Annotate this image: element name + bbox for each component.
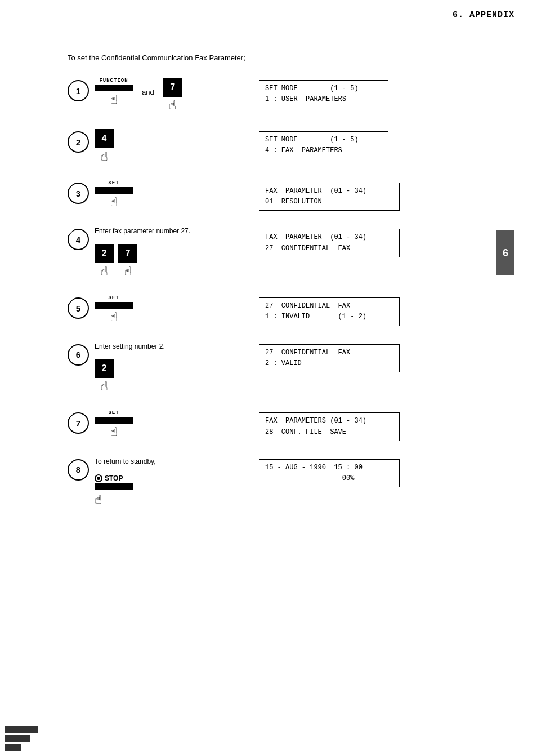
- corner-block-1: [5, 726, 38, 733]
- step-note-6: Enter setting number 2.: [95, 342, 259, 352]
- corner-block-2: [5, 735, 30, 742]
- hand-icon-4: ☝︎: [100, 149, 108, 164]
- display-line1: SET MODE (1 - 5): [265, 83, 382, 94]
- main-content: To set the Confidential Communication Fa…: [0, 20, 537, 546]
- display-line2: 1 : USER PARAMETERS: [265, 94, 382, 105]
- display-line1-6: 27 CONFIDENTIAL FAX: [265, 348, 393, 358]
- step-left-8: 8 To return to standby, STOP ☝︎: [68, 457, 259, 508]
- step-controls-2: 4 ☝︎: [95, 129, 259, 164]
- set-bar-3: [95, 187, 133, 194]
- display-box-5: 27 CONFIDENTIAL FAX 1 : INVALID (1 - 2): [259, 297, 400, 326]
- display-line2-7: 28 CONF. FILE SAVE: [265, 427, 393, 438]
- step-row-2: 2 4 ☝︎ SET MODE (1 - 5) 4 : FAX PARAMETE…: [68, 129, 503, 164]
- step-row-4: 4 Enter fax parameter number 27. 2 ☝︎ 7 …: [68, 226, 503, 279]
- hand-icon-set5: ☝︎: [110, 310, 117, 325]
- set-label-3: SET: [108, 180, 119, 186]
- step-controls-3: SET ☝︎: [95, 180, 259, 210]
- step-row-8: 8 To return to standby, STOP ☝︎ 15 - AUG…: [68, 457, 503, 508]
- hand-icon-7b: ☝︎: [124, 264, 131, 279]
- step-left-3: 3 SET ☝︎: [68, 180, 259, 210]
- display-line2-4: 27 CONFIDENTIAL FAX: [265, 243, 393, 254]
- step-row-7: 7 SET ☝︎ FAX PARAMETERS (01 - 34) 28 CON…: [68, 410, 503, 441]
- step-controls-5: SET ☝︎: [95, 295, 259, 325]
- hand-icon-set3: ☝︎: [110, 195, 117, 210]
- function-btn-group: FUNCTION ☝︎: [95, 78, 133, 108]
- intro-text: To set the Confidential Communication Fa…: [68, 54, 503, 62]
- step-left-4: 4 Enter fax parameter number 27. 2 ☝︎ 7 …: [68, 226, 259, 279]
- display-line2-2: 4 : FAX PARAMETERS: [265, 145, 382, 156]
- display-box-4: FAX PARAMETER (01 - 34) 27 CONFIDENTIAL …: [259, 229, 400, 257]
- step-controls-8: To return to standby, STOP ☝︎: [95, 457, 259, 508]
- display-box-6: 27 CONFIDENTIAL FAX 2 : VALID: [259, 344, 400, 372]
- page-header: 6. APPENDIX: [0, 0, 537, 20]
- set-btn-group-7: SET ☝︎: [95, 410, 133, 440]
- stop-label: STOP: [95, 474, 123, 482]
- key-7b: 7: [118, 244, 137, 263]
- side-tab: 6: [496, 230, 514, 275]
- display-box-7: FAX PARAMETERS (01 - 34) 28 CONF. FILE S…: [259, 412, 400, 441]
- key4-btn-group: 4 ☝︎: [95, 129, 114, 164]
- set-bar-7: [95, 417, 133, 424]
- display-box-1: SET MODE (1 - 5) 1 : USER PARAMETERS: [259, 80, 388, 108]
- display-box-2: SET MODE (1 - 5) 4 : FAX PARAMETERS: [259, 131, 388, 159]
- key-2: 2: [95, 244, 114, 263]
- step-left-5: 5 SET ☝︎: [68, 295, 259, 325]
- step-row-6: 6 Enter setting number 2. 2 ☝︎ 27 CONFID…: [68, 342, 503, 395]
- hand-icon: ☝︎: [110, 92, 117, 108]
- step-left: 1 FUNCTION ☝︎ and 7 ☝︎: [68, 78, 259, 113]
- step-badge-8: 8: [68, 459, 89, 481]
- key-7: 7: [163, 78, 182, 97]
- corner-decoration: [0, 721, 43, 756]
- display-box-8: 15 - AUG - 1990 15 : 00 00%: [259, 459, 400, 487]
- display-line2-3: 01 RESOLUTION: [265, 197, 393, 207]
- corner-block-3: [5, 744, 21, 751]
- key-2b: 2: [95, 359, 114, 378]
- step-left-6: 6 Enter setting number 2. 2 ☝︎: [68, 342, 259, 395]
- set-btn-group-5: SET ☝︎: [95, 295, 133, 325]
- display-line2-5: 1 : INVALID (1 - 2): [265, 312, 393, 322]
- step-badge-2: 2: [68, 131, 89, 153]
- step-badge-6: 6: [68, 344, 89, 366]
- step-row-3: 3 SET ☝︎ FAX PARAMETER (01 - 34) 01 RESO…: [68, 180, 503, 211]
- step-controls-4: Enter fax parameter number 27. 2 ☝︎ 7 ☝︎: [95, 226, 259, 279]
- hand-icon-stop: ☝︎: [95, 492, 102, 508]
- step-badge-4: 4: [68, 229, 89, 250]
- key-4: 4: [95, 129, 114, 148]
- set-btn-group-3: SET ☝︎: [95, 180, 133, 210]
- key2b-btn-group: 2 ☝︎: [95, 359, 114, 394]
- display-line1-3: FAX PARAMETER (01 - 34): [265, 186, 393, 197]
- hand-icon-set7: ☝︎: [110, 425, 117, 440]
- display-line2-8: 00%: [265, 473, 393, 484]
- key7b-btn-group: 7 ☝︎: [118, 244, 137, 279]
- step-row: 1 FUNCTION ☝︎ and 7 ☝︎ SET MODE (1 - 5) …: [68, 78, 503, 113]
- display-line1-2: SET MODE (1 - 5): [265, 135, 382, 145]
- step-left-7: 7 SET ☝︎: [68, 410, 259, 440]
- display-line1-5: 27 CONFIDENTIAL FAX: [265, 301, 393, 312]
- stop-circle-icon: [95, 474, 102, 482]
- display-line2-6: 2 : VALID: [265, 358, 393, 369]
- and-text: and: [142, 88, 154, 96]
- step-left-2: 2 4 ☝︎: [68, 129, 259, 164]
- step-badge-5: 5: [68, 297, 89, 319]
- step-note-8: To return to standby,: [95, 457, 259, 466]
- step-controls-6: Enter setting number 2. 2 ☝︎: [95, 342, 259, 395]
- hand-icon-2: ☝︎: [100, 264, 108, 279]
- step-badge-7: 7: [68, 412, 89, 434]
- key7-btn-group: 7 ☝︎: [163, 78, 182, 113]
- key2-btn-group: 2 ☝︎: [95, 244, 114, 279]
- stop-bar: [95, 483, 133, 490]
- step-badge-1: 1: [68, 80, 89, 101]
- function-label: FUNCTION: [99, 78, 128, 83]
- step-badge-3: 3: [68, 183, 89, 204]
- display-box-3: FAX PARAMETER (01 - 34) 01 RESOLUTION: [259, 183, 400, 211]
- set-bar-5: [95, 302, 133, 309]
- hand-icon-7: ☝︎: [169, 98, 176, 113]
- set-label-5: SET: [108, 295, 119, 301]
- step-controls-1: FUNCTION ☝︎ and 7 ☝︎: [95, 78, 259, 113]
- set-label-7: SET: [108, 410, 119, 416]
- hand-icon-2b: ☝︎: [100, 379, 108, 394]
- display-line1-4: FAX PARAMETER (01 - 34): [265, 232, 393, 243]
- step-note-4: Enter fax parameter number 27.: [95, 226, 259, 236]
- stop-text: STOP: [105, 474, 123, 482]
- display-line1-7: FAX PARAMETERS (01 - 34): [265, 416, 393, 426]
